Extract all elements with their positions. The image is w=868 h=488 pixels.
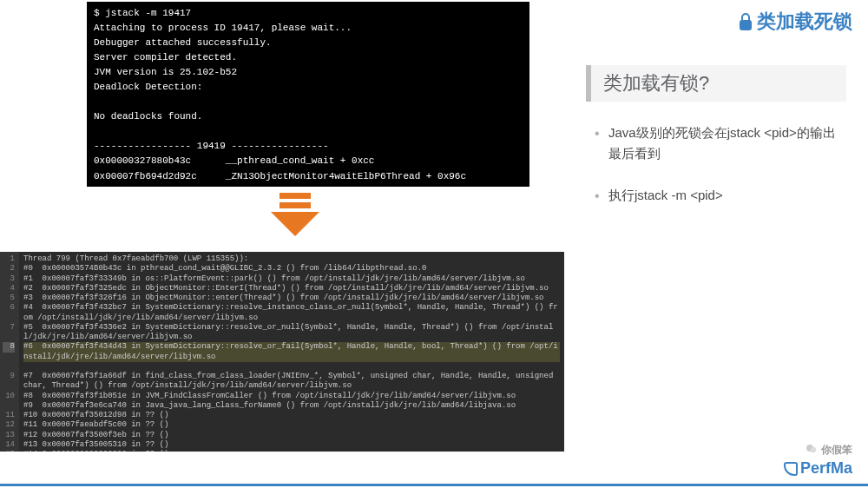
brand-logo: PerfMa (784, 459, 852, 478)
list-item: 执行jstack -m <pid> (595, 185, 846, 206)
thread-dump-body: Thread 799 (Thread 0x7faeabdfb700 (LWP 1… (19, 252, 564, 452)
sidebar-list: Java级别的死锁会在jstack <pid>的输出最后看到 执行jstack … (586, 122, 846, 206)
svg-rect-0 (740, 21, 751, 30)
page-title-text: 类加载死锁 (757, 9, 852, 35)
list-item: Java级别的死锁会在jstack <pid>的输出最后看到 (595, 122, 846, 164)
terminal-jstack-output: $ jstack -m 19417 Attaching to process I… (87, 2, 529, 187)
arrow-down-icon (269, 193, 321, 245)
lock-icon (738, 12, 753, 31)
perfma-icon (784, 462, 798, 476)
svg-point-2 (811, 447, 816, 452)
sidebar: 类加载有锁? Java级别的死锁会在jstack <pid>的输出最后看到 执行… (586, 65, 846, 227)
author-label: 你假笨 (806, 443, 852, 458)
footer-divider (0, 484, 868, 486)
terminal-thread-dump: 1 2 3 4 5 6 7 8 9 10 11 12 13 14 15 16 1… (0, 252, 564, 452)
line-gutter: 1 2 3 4 5 6 7 8 9 10 11 12 13 14 15 16 1… (0, 252, 19, 452)
sidebar-heading: 类加载有锁? (586, 65, 846, 102)
footer-logo: 你假笨 PerfMa (784, 443, 852, 478)
wechat-icon (806, 444, 818, 457)
page-title: 类加载死锁 (738, 9, 852, 35)
